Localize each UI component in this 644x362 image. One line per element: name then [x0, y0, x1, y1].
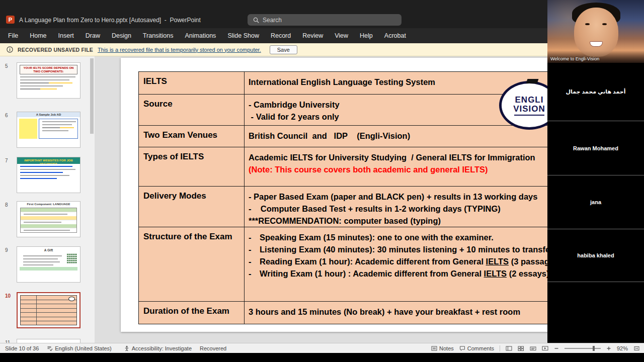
thumb-highlight-block [19, 119, 37, 139]
menu-item-view[interactable]: View [335, 32, 348, 39]
thumb-text-line [20, 82, 72, 83]
table-cell-text: ***RECOMMENDATION: computer based (typin… [249, 215, 593, 227]
slideshow-view-icon[interactable] [542, 345, 548, 351]
zoom-out-icon[interactable] [554, 346, 559, 351]
table-label: Types of IELTS [139, 147, 245, 186]
slide-thumbnail-9[interactable]: A Gift [17, 246, 80, 283]
thumb-table [20, 295, 77, 325]
bottom-black-strip [0, 353, 644, 362]
participant-video-host[interactable]: Welcome to Engli-Vision [547, 0, 644, 63]
host-face-graphic [602, 23, 607, 25]
menu-item-animations[interactable]: Animations [185, 32, 216, 39]
thumbnail-number: 7 [5, 158, 8, 163]
logo-divider [514, 115, 544, 116]
thumb-text-line [20, 88, 57, 89]
table-label: Two Exam Venues [139, 126, 245, 147]
menu-item-acrobat[interactable]: Acrobat [384, 32, 406, 39]
slide-thumbnail-11[interactable] [17, 339, 80, 343]
table-cell-text: Academic IELTS for University Studying /… [249, 151, 593, 163]
slide-thumbnail-7[interactable]: IMPORTANT WEBSITES FOR JOB VACANCIES [17, 157, 80, 193]
recovered-file-label: RECOVERED UNSAVED FILE [18, 47, 93, 53]
menu-item-slide-show[interactable]: Slide Show [227, 32, 259, 39]
thumb-logo [68, 297, 75, 301]
menu-item-review[interactable]: Review [302, 32, 323, 39]
thumbnail-number: 8 [5, 202, 8, 208]
window-title: A Language Plan from Zero to Hero.pptx [… [19, 17, 201, 24]
slide-indicator: Slide 10 of 36 [5, 345, 39, 351]
spellcheck-icon [47, 345, 53, 351]
accessibility-checker[interactable]: Accessibility: Investigate [124, 345, 192, 351]
slide-thumbnail-10[interactable] [17, 292, 80, 328]
zoom-level[interactable]: 92% [617, 345, 628, 351]
thumbnail-number: 10 [5, 293, 11, 299]
participant-tile-3[interactable]: jana [547, 175, 644, 229]
menu-item-help[interactable]: Help [360, 32, 373, 39]
host-face-graphic [574, 8, 618, 57]
thumb-title-box: YOUR IELTS SCORE DEPENDS ON TWO COMPONEN… [20, 65, 77, 74]
table-label: IELTS [139, 72, 245, 94]
menu-item-home[interactable]: Home [30, 32, 46, 39]
divider [500, 345, 500, 351]
recovered-status: Recovered [200, 345, 226, 351]
search-placeholder: Search [263, 17, 282, 24]
save-button[interactable]: Save [270, 45, 297, 54]
menu-item-insert[interactable]: Insert [58, 32, 74, 39]
menu-item-draw[interactable]: Draw [86, 32, 100, 39]
logo-text: ENGLI [515, 96, 544, 105]
thumbnail-number: 9 [5, 247, 8, 253]
thumb-content-box [39, 119, 78, 139]
thumbnail-title: First Component: LANGUAGE PROFICIENCY [17, 203, 80, 207]
menu-item-record[interactable]: Record [271, 32, 291, 39]
table-row-delivery: Delivery Modes - Paper Based Exam (paper… [139, 187, 596, 227]
thumb-text-line [20, 79, 69, 80]
table-cell-text: British Council and IDP (Engli-Vision) [249, 130, 593, 142]
zoom-slider-thumb[interactable] [593, 346, 595, 351]
thumb-table [20, 208, 77, 233]
menu-item-design[interactable]: Design [112, 32, 131, 39]
table-label: Structure of the Exam [139, 227, 245, 301]
search-input[interactable]: Search [248, 14, 401, 26]
slide-10[interactable]: IELTS International English Language Tes… [121, 58, 599, 332]
menu-item-file[interactable]: File [8, 32, 18, 39]
video-conference-panel: Welcome to Engli-Vision أحمد هاني محمد ج… [547, 0, 644, 343]
slide-thumbnail-5[interactable]: YOUR IELTS SCORE DEPENDS ON TWO COMPONEN… [17, 62, 80, 99]
thumb-text-line [20, 76, 75, 77]
slide-sorter-icon[interactable] [518, 345, 524, 351]
participant-tile-2[interactable]: Rawan Mohamed [547, 121, 644, 175]
language-selector[interactable]: English (United States) [47, 345, 112, 351]
logo-text: VISION [513, 105, 545, 114]
recovered-file-link[interactable]: This is a recovered file that is tempora… [98, 47, 261, 53]
participant-name: Rawan Mohamed [573, 145, 618, 151]
table-label: Delivery Modes [139, 187, 245, 227]
notes-button[interactable]: Notes [431, 345, 454, 351]
thumbnail-title: YOUR IELTS SCORE DEPENDS ON TWO COMPONEN… [22, 66, 75, 73]
table-bullet-line: - Listening Exam (40 minutes): 30 minute… [249, 243, 593, 255]
table-row-types: Types of IELTS Academic IELTS for Univer… [139, 147, 596, 187]
tile-divider [547, 282, 644, 282]
zoom-in-icon[interactable] [606, 346, 611, 351]
thumb-highlight-block [20, 267, 77, 270]
slide-thumbnail-6[interactable]: A Sample Job AD [17, 112, 80, 148]
reading-view-icon[interactable] [530, 345, 536, 351]
participant-tile-1[interactable]: أحمد هاني محمد جمال [547, 63, 644, 121]
slide-thumbnail-8[interactable]: First Component: LANGUAGE PROFICIENCY [17, 201, 80, 237]
fit-slide-to-window-icon[interactable] [633, 345, 640, 351]
table-cell-text: - Paper Based Exam (paper and BLACK pen)… [249, 191, 593, 203]
comments-button[interactable]: Comments [459, 345, 494, 351]
notes-icon [431, 345, 437, 351]
table-bullet-line: - Speaking Exam (15 minutes): one to one… [249, 231, 593, 243]
powerpoint-window: P A Language Plan from Zero to Hero.pptx… [0, 0, 644, 362]
menu-item-transitions[interactable]: Transitions [143, 32, 174, 39]
host-face-graphic [590, 41, 603, 47]
thumbnail-number: 6 [5, 113, 8, 118]
participant-tile-4[interactable]: habiba khaled [547, 229, 644, 282]
powerpoint-logo-icon: P [6, 16, 15, 24]
participant-name: jana [590, 199, 601, 205]
thumbnail-scrollbar[interactable] [90, 58, 94, 134]
info-icon [7, 46, 13, 53]
table-cell-text: - Computer Based Test + results in 1-2 w… [249, 203, 593, 215]
zoom-slider[interactable] [565, 348, 601, 349]
normal-view-icon[interactable] [506, 345, 512, 351]
table-label: Duration of the Exam [139, 302, 245, 324]
accessibility-person-icon [124, 345, 130, 351]
